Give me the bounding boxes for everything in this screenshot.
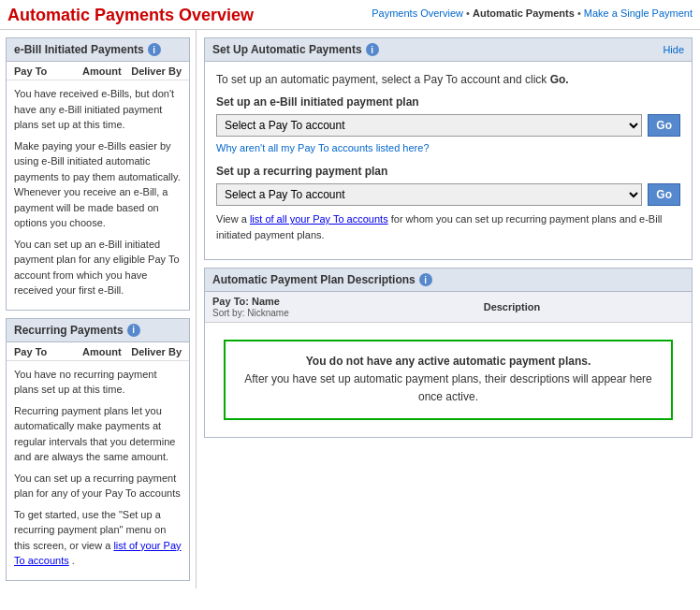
- recurring-section-title: Recurring Payments: [14, 324, 124, 337]
- recurring-table-header: Pay To Amount Deliver By: [7, 342, 189, 361]
- no-plans-line2: After you have set up automatic payment …: [237, 370, 660, 406]
- ebill-dropdown-row: Select a Pay To account Go: [216, 114, 680, 137]
- recurring-col-amount: Amount: [73, 346, 132, 358]
- recurring-accounts-note: View a list of all your Pay To accounts …: [216, 211, 680, 242]
- breadcrumb-nav: Payments Overview • Automatic Payments •…: [372, 4, 693, 19]
- ebill-section-header: e-Bill Initiated Payments i: [7, 38, 189, 62]
- recurring-dropdown-row: Select a Pay To account Go: [216, 183, 680, 206]
- ebill-table-header: Pay To Amount Deliver By: [7, 62, 189, 80]
- breadcrumb-bar: Automatic Payments Overview Payments Ove…: [0, 0, 700, 30]
- ebill-section-content: You have received e-Bills, but don't hav…: [7, 80, 189, 310]
- ebill-section-title: e-Bill Initiated Payments: [14, 43, 144, 56]
- recurring-all-accounts-link[interactable]: list of all your Pay To accounts: [250, 213, 388, 225]
- recurring-section-content: You have no recurring payment plans set …: [7, 361, 189, 580]
- desc-sort-label: Sort by: Nickname: [212, 308, 289, 318]
- ebill-plan-label: Set up an e-Bill initiated payment plan: [216, 95, 680, 109]
- desc-section-title: Automatic Payment Plan Descriptions: [212, 273, 416, 286]
- no-plans-row: You do not have any active automatic pay…: [205, 323, 692, 437]
- recurring-col-deliver: Deliver By: [131, 346, 182, 358]
- recurring-col-pay: Pay To: [14, 346, 73, 358]
- ebill-text3: You can set up an e-Bill initiated payme…: [14, 237, 182, 298]
- desc-col-description: Description: [476, 292, 692, 323]
- descriptions-section: Automatic Payment Plan Descriptions i Pa…: [204, 268, 693, 438]
- page-title: Automatic Payments Overview: [7, 4, 254, 27]
- ebill-pay-to-select[interactable]: Select a Pay To account: [216, 114, 642, 137]
- desc-col-pay-to: Pay To: Name Sort by: Nickname: [205, 292, 476, 323]
- setup-header-left: Set Up Automatic Payments i: [212, 43, 379, 56]
- ebill-section: e-Bill Initiated Payments i Pay To Amoun…: [6, 37, 190, 311]
- sidebar: e-Bill Initiated Payments i Pay To Amoun…: [0, 30, 197, 588]
- breadcrumb-make-single-payment[interactable]: Make a Single Payment: [584, 7, 693, 19]
- desc-section-header: Automatic Payment Plan Descriptions i: [205, 269, 692, 292]
- recurring-text3: You can set up a recurring payment plan …: [14, 471, 182, 501]
- setup-intro: To set up an automatic payment, select a…: [216, 71, 680, 88]
- recurring-pay-to-select[interactable]: Select a Pay To account: [216, 183, 642, 206]
- setup-content: To set up an automatic payment, select a…: [205, 62, 692, 259]
- main-layout: e-Bill Initiated Payments i Pay To Amoun…: [0, 30, 700, 588]
- setup-section: Set Up Automatic Payments i Hide To set …: [204, 37, 693, 260]
- hide-link[interactable]: Hide: [663, 44, 684, 55]
- breadcrumb-sep2: •: [577, 7, 584, 19]
- breadcrumb-automatic-payments: Automatic Payments: [473, 7, 575, 19]
- setup-info-icon[interactable]: i: [366, 43, 379, 56]
- breadcrumb-payments-overview[interactable]: Payments Overview: [372, 7, 463, 19]
- recurring-go-button[interactable]: Go: [648, 183, 680, 206]
- ebill-go-button[interactable]: Go: [648, 114, 680, 137]
- ebill-info-icon[interactable]: i: [148, 43, 161, 56]
- no-plans-line1: You do not have any active automatic pay…: [237, 353, 660, 370]
- content-area: Set Up Automatic Payments i Hide To set …: [197, 30, 700, 588]
- desc-table: Pay To: Name Sort by: Nickname Descripti…: [205, 292, 692, 437]
- desc-info-icon[interactable]: i: [419, 273, 432, 286]
- no-plans-cell: You do not have any active automatic pay…: [205, 323, 692, 437]
- recurring-plan-label: Set up a recurring payment plan: [216, 165, 680, 178]
- setup-section-header: Set Up Automatic Payments i Hide: [205, 38, 692, 62]
- desc-table-header-row: Pay To: Name Sort by: Nickname Descripti…: [205, 292, 692, 323]
- setup-section-title: Set Up Automatic Payments: [212, 43, 362, 56]
- recurring-section: Recurring Payments i Pay To Amount Deliv…: [6, 318, 190, 581]
- ebill-accounts-link[interactable]: Why aren't all my Pay To accounts listed…: [216, 142, 680, 153]
- recurring-text2: Recurring payment plans let you automati…: [14, 403, 182, 465]
- recurring-section-header: Recurring Payments i: [7, 319, 189, 342]
- recurring-text1: You have no recurring payment plans set …: [14, 367, 182, 398]
- ebill-col-deliver: Deliver By: [131, 65, 182, 78]
- ebill-col-pay: Pay To: [14, 65, 73, 78]
- ebill-col-amount: Amount: [73, 65, 132, 78]
- ebill-text2: Make paying your e-Bills easier by using…: [14, 138, 182, 231]
- recurring-text4: To get started, use the "Set up a recurr…: [14, 507, 182, 569]
- breadcrumb-sep1: •: [466, 7, 473, 19]
- ebill-text1: You have received e-Bills, but don't hav…: [14, 86, 182, 133]
- recurring-info-icon[interactable]: i: [127, 324, 140, 337]
- no-plans-box: You do not have any active automatic pay…: [224, 340, 673, 420]
